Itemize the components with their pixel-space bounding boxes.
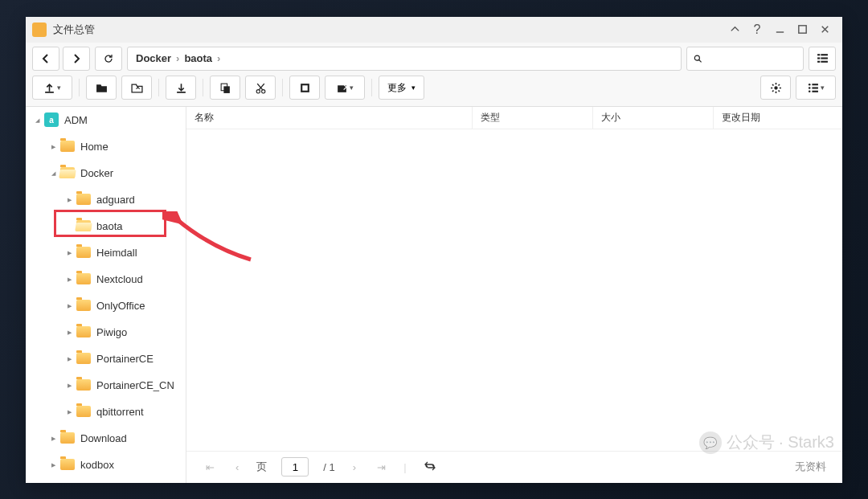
col-size[interactable]: 大小 [593, 107, 714, 129]
last-page-button[interactable]: ⇥ [374, 460, 389, 475]
main-area: a ADM HomeDockeradguardbaotaHeimdallNext… [26, 107, 842, 483]
titlebar: 文件总管 ? [26, 17, 842, 43]
folder-icon [76, 247, 91, 258]
share-button[interactable]: ▾ [325, 76, 365, 100]
first-page-button[interactable]: ⇤ [203, 460, 218, 475]
folder-icon [76, 194, 91, 205]
list-header: 名称 类型 大小 更改日期 [186, 107, 842, 129]
nav-toolbar: Docker › baota › [26, 43, 842, 75]
expander-icon[interactable] [48, 169, 58, 177]
cut-button[interactable] [245, 76, 276, 100]
minimize-button[interactable] [768, 18, 791, 41]
folder-icon [60, 432, 75, 444]
action-toolbar: ▾ ▾ 更多▾ ▾ [26, 75, 842, 107]
tree-item[interactable]: Download [26, 425, 186, 452]
svg-rect-0 [776, 31, 783, 32]
settings-button[interactable] [760, 76, 791, 100]
tree-item[interactable]: OnlyOffice [26, 292, 186, 319]
pager-refresh-button[interactable] [421, 459, 439, 476]
tree-item[interactable]: Home [26, 133, 186, 160]
no-data-label: 无资料 [795, 460, 826, 474]
expander-icon[interactable] [48, 460, 58, 468]
col-type[interactable]: 类型 [473, 107, 593, 129]
tree-item[interactable]: PortainerCE [26, 346, 186, 372]
expander-icon[interactable] [64, 381, 74, 389]
next-page-button[interactable]: › [350, 460, 359, 475]
svg-rect-14 [302, 85, 307, 90]
search-field[interactable] [706, 52, 796, 64]
tree-item[interactable]: adguard [26, 186, 186, 213]
breadcrumb-segment-1[interactable]: baota [184, 52, 212, 64]
tree-item-label: PortainerCE [96, 353, 154, 365]
svg-point-11 [256, 89, 260, 92]
expander-icon[interactable] [64, 301, 74, 309]
svg-rect-10 [223, 86, 230, 93]
expander-icon[interactable] [64, 195, 74, 203]
svg-rect-20 [812, 87, 818, 88]
expander-icon[interactable] [64, 328, 74, 336]
expander-icon[interactable] [64, 275, 74, 283]
copy-button[interactable] [210, 76, 240, 100]
folder-action-button[interactable] [121, 76, 152, 100]
tree-item[interactable]: Heimdall [26, 239, 186, 266]
svg-rect-18 [812, 84, 818, 85]
list-body [186, 129, 842, 451]
file-manager-window: 文件总管 ? Docker › baota › ▾ [26, 17, 842, 483]
breadcrumb-segment-0[interactable]: Docker [136, 52, 171, 64]
expander-icon[interactable] [48, 434, 58, 442]
view-toggle-button[interactable] [809, 47, 836, 71]
tree-item-label: kodbox [80, 459, 114, 471]
folder-icon [76, 326, 91, 337]
prev-page-button[interactable]: ‹ [232, 460, 242, 475]
tree-item[interactable]: qbittorrent [26, 399, 186, 425]
svg-rect-3 [817, 54, 820, 55]
svg-rect-1 [798, 26, 805, 33]
svg-point-19 [809, 87, 811, 89]
adm-icon: a [44, 112, 59, 127]
tree-item[interactable]: PortainerCE_CN [26, 372, 186, 399]
view-mode-button[interactable]: ▾ [796, 76, 836, 100]
col-name[interactable]: 名称 [186, 107, 473, 129]
expander-icon[interactable] [64, 354, 74, 362]
search-input[interactable] [686, 47, 804, 71]
back-button[interactable] [32, 47, 59, 71]
tree-item-label: adguard [96, 194, 135, 206]
svg-rect-4 [821, 54, 828, 55]
forward-button[interactable] [63, 47, 90, 71]
tree-item-label: Download [80, 432, 127, 444]
expander-icon[interactable] [32, 116, 42, 124]
tree-item[interactable]: baota [26, 213, 186, 239]
expander-icon[interactable] [48, 142, 58, 150]
file-list: 名称 类型 大小 更改日期 💬 公众号 · Stark3 ⇤ ‹ 页 [186, 107, 842, 483]
svg-point-2 [694, 55, 699, 60]
folder-icon [76, 379, 91, 391]
download-button[interactable] [166, 76, 196, 100]
tree-item[interactable]: Nextcloud [26, 266, 186, 292]
col-date[interactable]: 更改日期 [714, 107, 842, 129]
more-button[interactable]: 更多▾ [379, 76, 424, 100]
svg-point-21 [809, 90, 811, 92]
expander-icon[interactable] [64, 407, 74, 415]
collapse-button[interactable] [723, 18, 746, 41]
tree-item-label: Docker [80, 167, 113, 179]
tree-label: ADM [64, 114, 88, 126]
tree-root[interactable]: a ADM [26, 107, 186, 133]
select-all-button[interactable] [289, 76, 320, 100]
page-input[interactable] [281, 457, 309, 477]
close-button[interactable] [813, 18, 836, 41]
tree-item-label: Nextcloud [96, 273, 143, 285]
tree-item-label: PortainerCE_CN [96, 379, 174, 391]
expander-icon[interactable] [64, 248, 74, 256]
svg-point-12 [261, 89, 264, 92]
tree-item[interactable]: Piwigo [26, 319, 186, 346]
help-button[interactable]: ? [746, 18, 768, 41]
tree-item[interactable]: Docker [26, 160, 186, 186]
maximize-button[interactable] [791, 18, 813, 41]
breadcrumb[interactable]: Docker › baota › [127, 47, 682, 71]
upload-button[interactable]: ▾ [32, 76, 72, 100]
folder-tree[interactable]: a ADM HomeDockeradguardbaotaHeimdallNext… [26, 107, 186, 483]
refresh-button[interactable] [95, 47, 122, 71]
new-folder-button[interactable] [86, 76, 117, 100]
tree-item[interactable]: kodbox [26, 452, 186, 478]
folder-icon [60, 141, 75, 152]
